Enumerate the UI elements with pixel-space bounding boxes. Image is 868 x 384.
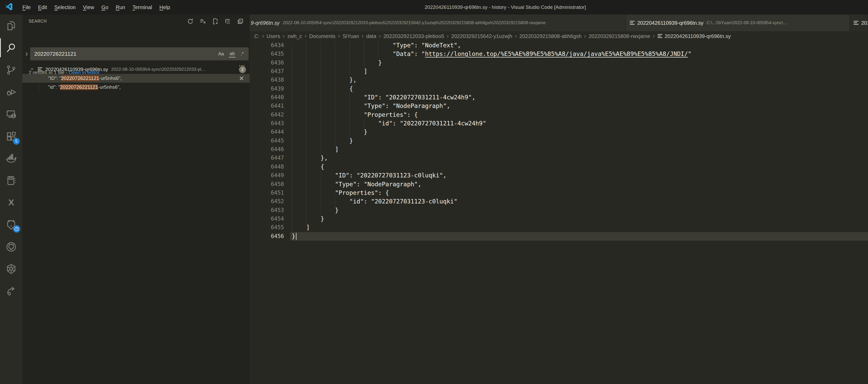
shield-dog-icon[interactable] (0, 214, 22, 236)
menu-edit[interactable]: Edit (34, 3, 51, 12)
url-link[interactable]: https://longlone.top/%E5%AE%89%E5%85%A8/… (425, 51, 688, 57)
regex-toggle[interactable]: .* (240, 51, 244, 57)
indent-guide (335, 128, 335, 136)
dismiss-match-icon[interactable] (238, 75, 245, 82)
code-line[interactable]: "Type": "NodeParagraph", (250, 102, 868, 110)
source-control-icon[interactable] (0, 59, 22, 81)
breadcrumb-item[interactable]: 20220426110939-qr696tn.sy (657, 33, 731, 39)
extensions-icon[interactable]: 5 (0, 125, 22, 147)
code-line[interactable]: "Data": "https://longlone.top/%E5%AE%89%… (250, 50, 868, 58)
github-icon[interactable] (0, 236, 22, 258)
breadcrumb-item[interactable]: 20220329215808-rwxjame (589, 33, 650, 39)
search-match-row[interactable]: "id": "20220726221121-ur5nhs6", (22, 83, 250, 92)
search-icon[interactable] (0, 37, 22, 59)
search-actions (186, 17, 250, 26)
menu-view[interactable]: View (79, 3, 98, 12)
refresh-icon[interactable] (186, 17, 195, 26)
search-input[interactable] (30, 51, 217, 57)
line-number: 6438 (250, 76, 292, 84)
explorer-icon[interactable] (0, 14, 22, 37)
code-line[interactable]: } (250, 59, 868, 67)
breadcrumbs: C:›Users›zwh_c›Documents›SiYuan›data›202… (250, 31, 868, 41)
x-icon[interactable]: X (0, 191, 22, 214)
breadcrumb-item[interactable]: data (366, 33, 376, 39)
code-line[interactable]: "id": "20220727031211-4cw24h9" (250, 119, 868, 128)
chevron-down-icon[interactable] (30, 67, 34, 72)
menu-go[interactable]: Go (98, 3, 112, 12)
open-new-search-editor-icon[interactable] (211, 17, 220, 26)
indent-guide (306, 171, 306, 180)
kubernetes-icon[interactable] (0, 258, 22, 280)
docker-icon[interactable] (0, 147, 22, 169)
file-result-row[interactable]: 20220426110939-qr696tn.sy 2022-08-10-005… (22, 65, 250, 74)
code-line[interactable]: "Properties": { (250, 188, 868, 197)
code-line[interactable]: ] (250, 145, 868, 154)
code-line[interactable]: "Properties": { (250, 111, 868, 119)
menu-file[interactable]: File (19, 3, 34, 12)
indent-guide (292, 102, 292, 110)
breadcrumb-item[interactable]: Documents (309, 33, 336, 39)
indent-guide (306, 188, 306, 197)
menu-run[interactable]: Run (112, 3, 129, 12)
breadcrumb-item[interactable]: zwh_c (287, 33, 302, 39)
code-line[interactable]: } (250, 128, 868, 136)
indent-guide (306, 111, 306, 119)
sidebar-title: SEARCH (29, 19, 186, 24)
toggle-replace-chevron-icon[interactable] (24, 50, 30, 59)
code-editor[interactable]: "Type": "NodeText","Data": "https://long… (250, 41, 868, 384)
indent-guide (306, 128, 306, 136)
code-line[interactable]: } (250, 215, 868, 223)
code-line[interactable]: ] (250, 223, 868, 232)
match-prefix: "ID": " (48, 76, 61, 81)
code-line[interactable]: } (250, 137, 868, 145)
indent-guide (335, 50, 335, 58)
indent-guide (292, 85, 292, 93)
code-text: "ID": "20220727031123-c0luqki", (335, 171, 446, 180)
code-line[interactable]: }, (250, 154, 868, 163)
indent-guide (292, 188, 292, 197)
code-text: ] (335, 145, 339, 154)
breadcrumb-item[interactable]: C: (254, 33, 259, 39)
menu-help[interactable]: Help (156, 3, 174, 12)
breadcrumb-item[interactable]: SiYuan (342, 33, 359, 39)
tab-clipped[interactable]: 2022042 (850, 14, 868, 31)
breadcrumb-item[interactable]: 20220329212033-pleboo5 (383, 33, 444, 39)
view-as-tree-icon[interactable] (223, 17, 232, 26)
code-line[interactable]: }, (250, 76, 868, 84)
menu-terminal[interactable]: Terminal (129, 3, 156, 12)
match-case-toggle[interactable]: Aa (217, 51, 225, 57)
menu-selection[interactable]: Selection (51, 3, 79, 12)
tab-history-file[interactable]: 9-qr696tn.sy 2022-08-10-005954-sync\2022… (250, 14, 626, 31)
indent-guide (292, 50, 292, 58)
code-line[interactable]: ] (250, 67, 868, 76)
indent-guide (292, 145, 292, 154)
indent-guide (292, 171, 292, 180)
code-line[interactable]: "id": "20220727031123-c0luqki" (250, 197, 868, 206)
code-line[interactable]: { (250, 85, 868, 93)
breadcrumb-item[interactable]: 20220329215642-y1uzwjh (451, 33, 512, 39)
code-line[interactable]: "Type": "NodeParagraph", (250, 180, 868, 188)
search-match-row[interactable]: "ID": "20220726221121-ur5nhs6", (22, 74, 250, 83)
code-line[interactable]: } (250, 206, 868, 215)
chevron-right-icon: › (305, 33, 307, 39)
indent-guide (292, 128, 292, 136)
run-and-debug-icon[interactable] (0, 81, 22, 103)
clear-search-results-icon[interactable] (198, 17, 208, 26)
code-line[interactable]: { (250, 163, 868, 171)
breadcrumb-item[interactable]: Users (267, 33, 280, 39)
code-text: "ID": "20220727031211-4cw24h9", (364, 93, 475, 102)
breadcrumb-item[interactable]: 20220329215808-abh6gsh (519, 33, 582, 39)
tab-data-file[interactable]: 20220426110939-qr696tn.sy C:\...\SiYuan\… (626, 14, 850, 31)
collapse-all-icon[interactable] (236, 17, 245, 26)
match-highlight: 20220726221121 (60, 84, 98, 90)
live-share-icon[interactable] (0, 280, 22, 302)
notebook-icon[interactable] (0, 169, 22, 191)
whole-word-toggle[interactable]: ab (229, 51, 236, 58)
code-line[interactable]: "ID": "20220727031211-4cw24h9", (250, 93, 868, 102)
code-line[interactable]: "Type": "NodeText", (250, 41, 868, 50)
tab-label: 9-qr696tn.sy (251, 20, 280, 26)
menu-bar: FileEditSelectionViewGoRunTerminalHelp (19, 4, 174, 10)
code-line[interactable]: } (250, 232, 868, 241)
code-line[interactable]: "ID": "20220727031123-c0luqki", (250, 171, 868, 180)
remote-explorer-icon[interactable] (0, 103, 22, 125)
